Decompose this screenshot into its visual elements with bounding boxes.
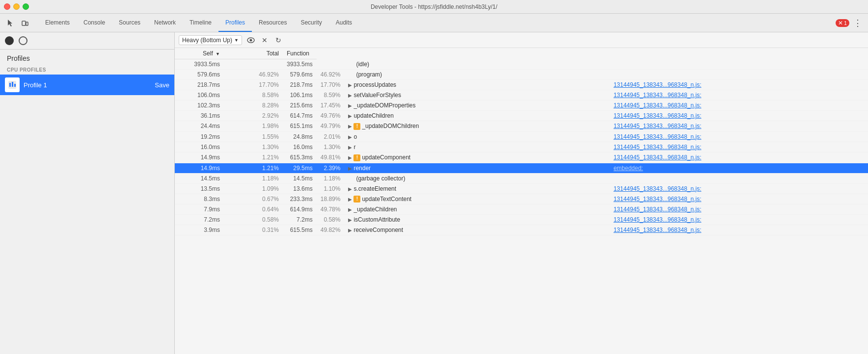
cell-self-pct: 0.31% [224,225,283,235]
table-row[interactable]: 102.3ms8.28%215.6ms17.45%▶_updateDOMProp… [175,101,868,111]
table-row[interactable]: 24.4ms1.98%615.1ms49.79%▶!_updateDOMChil… [175,121,868,132]
expand-icon[interactable]: ▶ [348,217,352,223]
maximize-window-button[interactable] [23,3,29,10]
record-button[interactable] [5,36,14,45]
function-name: r [353,144,355,151]
cell-file[interactable]: 13144945_138343...968348_n.js: [610,183,868,194]
expand-icon[interactable]: ▶ [348,124,352,129]
tab-audits[interactable]: Audits [329,14,359,32]
table-row[interactable]: 7.9ms0.64%614.9ms49.78%▶_updateChildren1… [175,204,868,215]
focus-view-button[interactable] [246,35,256,45]
table-row[interactable]: 218.7ms17.70%218.7ms17.70%▶processUpdate… [175,80,868,90]
cell-file[interactable]: embedded: [610,163,868,173]
warning-icon: ! [353,154,360,161]
tab-network[interactable]: Network [147,14,183,32]
cell-file[interactable]: 13144945_138343...968348_n.js: [610,142,868,152]
col-function[interactable]: Function [283,48,317,59]
save-button[interactable]: Save [155,81,169,89]
table-row[interactable]: 14.9ms1.21%615.3ms49.81%▶!updateComponen… [175,152,868,163]
refresh-button[interactable]: ↻ [273,35,283,45]
cell-file[interactable]: 13144945_138343...968348_n.js: [610,111,868,121]
expand-icon[interactable]: ▶ [348,103,352,108]
profile-table[interactable]: Self ▼ Total Function 3933.5ms3933.5ms(i… [175,48,868,354]
cell-total: 106.1ms [283,90,317,101]
table-row[interactable]: 8.3ms0.67%233.3ms18.89%▶!updateTextConte… [175,194,868,204]
error-badge[interactable]: ✕ 1 [836,19,849,27]
close-window-button[interactable] [4,3,10,10]
cell-file[interactable]: 13144945_138343...968348_n.js: [610,215,868,225]
function-name: _updateDOMProperties [353,102,415,109]
cpu-table: Self ▼ Total Function 3933.5ms3933.5ms(i… [175,48,868,235]
cell-self: 24.4ms [175,121,224,132]
cell-total: 615.3ms [283,152,317,163]
tab-timeline[interactable]: Timeline [183,14,218,32]
table-row[interactable]: 13.5ms1.09%13.6ms1.10%▶s.createElement13… [175,183,868,194]
tab-elements[interactable]: Elements [38,14,77,32]
col-self[interactable]: Self ▼ [175,48,224,59]
cell-file[interactable]: 13144945_138343...968348_n.js: [610,90,868,101]
more-menu-button[interactable]: ⋮ [852,18,863,28]
tab-security[interactable]: Security [294,14,328,32]
function-name: s.createElement [353,185,396,192]
col-total[interactable]: Total [224,48,283,59]
cell-file[interactable]: 13144945_138343...968348_n.js: [610,121,868,132]
table-row[interactable]: 3.9ms0.31%615.5ms49.82%▶receiveComponent… [175,225,868,235]
cell-self-pct: 0.58% [224,215,283,225]
cell-self: 16.0ms [175,142,224,152]
cell-self: 13.5ms [175,183,224,194]
minimize-window-button[interactable] [13,3,20,10]
cell-self-pct: 1.98% [224,121,283,132]
cell-self: 7.9ms [175,204,224,215]
tab-console[interactable]: Console [77,14,112,32]
cell-file[interactable]: 13144945_138343...968348_n.js: [610,204,868,215]
expand-icon[interactable]: ▶ [348,93,352,98]
tab-resources[interactable]: Resources [252,14,294,32]
expand-icon[interactable]: ▶ [348,197,352,202]
cell-file[interactable]: 13144945_138343...968348_n.js: [610,80,868,90]
cell-total-pct: 8.59% [317,90,345,101]
cell-function: (program) [344,70,609,80]
expand-icon[interactable]: ▶ [348,155,352,160]
table-row[interactable]: 106.0ms8.58%106.1ms8.59%▶setValueForStyl… [175,90,868,101]
table-row[interactable]: 36.1ms2.92%614.7ms49.76%▶updateChildren1… [175,111,868,121]
table-row[interactable]: 19.2ms1.55%24.8ms2.01%▶o13144945_138343.… [175,131,868,142]
expand-icon[interactable]: ▶ [348,113,352,119]
table-row[interactable]: 16.0ms1.30%16.0ms1.30%▶r13144945_138343.… [175,142,868,152]
close-profile-button[interactable]: ✕ [260,35,270,45]
expand-icon[interactable]: ▶ [348,145,352,150]
traffic-lights [4,3,29,10]
profile-name: Profile 1 [24,81,151,89]
expand-icon[interactable]: ▶ [348,186,352,192]
clear-button[interactable] [19,36,27,45]
table-row[interactable]: 14.9ms1.21%29.5ms2.39%▶renderembedded: [175,163,868,173]
cell-total: 579.6ms [283,70,317,80]
expand-icon[interactable]: ▶ [348,82,352,88]
profile-item[interactable]: Profile 1 Save [0,75,174,95]
cell-file[interactable]: 13144945_138343...968348_n.js: [610,152,868,163]
tab-profiles[interactable]: Profiles [218,14,252,32]
function-name: o [353,133,357,140]
sort-arrow-icon: ▼ [216,51,220,56]
cell-file[interactable]: 13144945_138343...968348_n.js: [610,101,868,111]
device-mode-icon[interactable] [20,18,30,28]
cpu-profiles-title: CPU PROFILES [0,65,174,75]
cell-total: 615.1ms [283,121,317,132]
select-element-icon[interactable] [5,18,16,28]
expand-icon[interactable]: ▶ [348,166,352,171]
expand-icon[interactable]: ▶ [348,134,352,140]
sidebar-toolbar [0,32,174,50]
view-select[interactable]: Heavy (Bottom Up) ▼ [179,35,242,45]
table-row[interactable]: 579.6ms46.92%579.6ms46.92%(program) [175,70,868,80]
cell-self-pct: 1.21% [224,163,283,173]
cell-file[interactable]: 13144945_138343...968348_n.js: [610,225,868,235]
cell-total-pct: 2.39% [317,163,345,173]
expand-icon[interactable]: ▶ [348,228,352,233]
cell-file[interactable]: 13144945_138343...968348_n.js: [610,194,868,204]
tab-sources[interactable]: Sources [112,14,147,32]
expand-icon[interactable]: ▶ [348,207,352,212]
cell-self-pct: 1.21% [224,152,283,163]
table-row[interactable]: 14.5ms1.18%14.5ms1.18%(garbage collector… [175,173,868,183]
table-row[interactable]: 7.2ms0.58%7.2ms0.58%▶isCustomAttribute13… [175,215,868,225]
table-row[interactable]: 3933.5ms3933.5ms(idle) [175,59,868,70]
cell-file[interactable]: 13144945_138343...968348_n.js: [610,131,868,142]
